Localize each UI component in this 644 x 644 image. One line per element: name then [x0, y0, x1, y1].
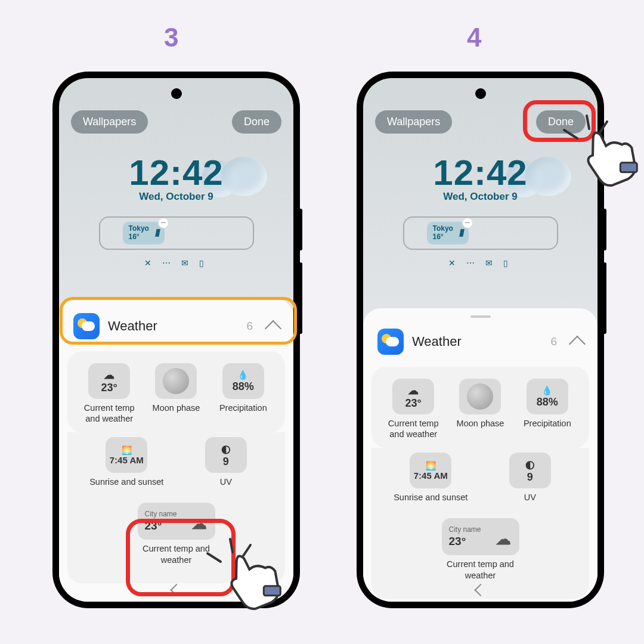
chevron-up-icon: [569, 336, 586, 352]
section-count: 6: [246, 320, 253, 333]
wallpapers-button[interactable]: Wallpapers: [71, 110, 148, 134]
widget-uv[interactable]: ◐9 UV: [186, 434, 266, 496]
moon-icon: [163, 368, 189, 394]
widget-sunrise-sunset[interactable]: 🌅7:45 AM Sunrise and sunset: [86, 434, 166, 496]
rain-icon: ///: [155, 227, 159, 240]
widget-picker-sheet[interactable]: Weather 6 ☁23° Current temp and weather …: [363, 308, 597, 602]
widget-precipitation[interactable]: 💧88% Precipitation: [515, 375, 580, 448]
widget-picker-sheet[interactable]: Weather 6 ☁23° Current temp and weather …: [59, 299, 293, 602]
weather-app-icon: [73, 313, 100, 339]
widget-sunrise-sunset[interactable]: 🌅7:45 AM Sunrise and sunset: [391, 449, 470, 511]
camera-hole: [171, 88, 182, 99]
clock-time: 12:42: [59, 152, 293, 193]
notification-icons: ✕ ⋯ ✉ ▯: [363, 258, 597, 268]
lock-clock: 12:42 Wed, October 9: [59, 152, 293, 203]
phone-mockup-right: Wallpapers Done 12:42 Wed, October 9 Tok…: [357, 72, 604, 608]
weather-section-header[interactable]: Weather 6: [59, 306, 293, 345]
weather-app-icon: [377, 329, 404, 355]
sheet-grabber[interactable]: [470, 315, 491, 318]
camera-hole: [475, 88, 486, 99]
widget-current-temp[interactable]: ☁23° Current temp and weather: [381, 375, 445, 448]
remove-widget-icon[interactable]: −: [158, 218, 169, 228]
chevron-up-icon: [265, 320, 281, 337]
lock-widget-slot[interactable]: Tokyo16° /// −: [99, 216, 254, 250]
widget-precipitation[interactable]: 💧88% Precipitation: [211, 360, 275, 432]
widget-city-temp[interactable]: City name 23° ☁ Current temp and weather: [128, 499, 225, 573]
lock-widget-slot[interactable]: Tokyo16° /// −: [403, 216, 558, 250]
remove-widget-icon[interactable]: −: [462, 218, 473, 228]
cloud-icon: ☁: [191, 515, 207, 533]
step-number-4: 4: [467, 23, 481, 52]
section-title: Weather: [108, 318, 238, 334]
droplet-icon: 💧: [237, 370, 249, 380]
weather-chip[interactable]: Tokyo16° /// −: [123, 222, 165, 244]
widget-current-temp[interactable]: ☁23° Current temp and weather: [77, 360, 141, 432]
widget-uv[interactable]: ◐9 UV: [490, 449, 570, 511]
widget-moon-phase[interactable]: Moon phase: [144, 360, 208, 432]
cloud-icon: ☁: [104, 369, 114, 382]
sunrise-icon: 🌅: [122, 445, 132, 455]
weather-chip[interactable]: Tokyo16° /// −: [427, 222, 469, 244]
widget-city-temp[interactable]: City name 23° ☁ Current temp and weather: [432, 515, 530, 589]
uv-gauge-icon: ◐: [221, 442, 231, 456]
clock-date: Wed, October 9: [59, 191, 293, 203]
weather-section-header[interactable]: Weather 6: [363, 321, 597, 361]
lock-clock: 12:42 Wed, October 9: [363, 152, 597, 203]
done-button[interactable]: Done: [536, 110, 586, 134]
wallpapers-button[interactable]: Wallpapers: [375, 110, 452, 134]
done-button[interactable]: Done: [232, 110, 281, 134]
phone-mockup-left: Wallpapers Done 12:42 Wed, October 9 Tok…: [52, 72, 300, 608]
rain-icon: ///: [459, 227, 463, 240]
svg-rect-7: [620, 163, 637, 172]
notification-icons: ✕ ⋯ ✉ ▯: [59, 258, 293, 268]
widget-moon-phase[interactable]: Moon phase: [448, 375, 512, 448]
back-nav-icon[interactable]: [170, 584, 182, 596]
step-number-3: 3: [164, 23, 178, 52]
